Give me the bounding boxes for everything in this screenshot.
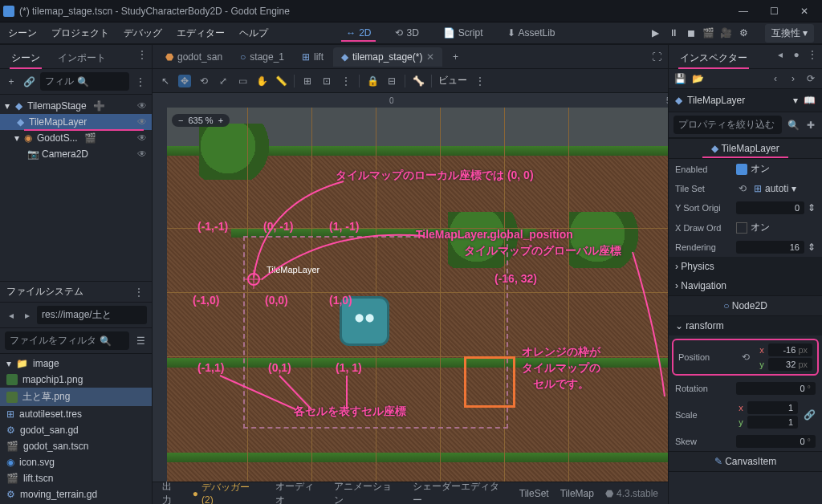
fs-file[interactable]: ⚙godot_san.gd	[0, 422, 152, 438]
add-node-icon[interactable]: +	[5, 75, 18, 88]
fs-file[interactable]: 🎬godot_san.tscn	[0, 438, 152, 454]
fs-file[interactable]: ⊞autotileset.tres	[0, 406, 152, 422]
checkbox-icon[interactable]	[736, 164, 747, 175]
pause-button[interactable]: ⏸	[667, 26, 680, 39]
prop-tileset[interactable]: Tile Set ⟲ ⊞autoti ▾	[669, 179, 822, 198]
distraction-free-icon[interactable]: ⛶	[650, 51, 663, 63]
minimize-button[interactable]: —	[729, 2, 758, 20]
path-back-icon[interactable]: ◂	[5, 309, 18, 322]
dock-menu-icon[interactable]: ⋮	[806, 48, 819, 61]
zoom-control[interactable]: − 635 % +	[172, 114, 230, 127]
visibility-icon[interactable]: 👁	[137, 116, 147, 128]
inspector-filter[interactable]: プロパティを絞り込む	[673, 116, 782, 134]
prop-skew[interactable]: Skew 0 °	[669, 432, 822, 451]
prop-rotation[interactable]: Rotation 0 °	[669, 379, 822, 398]
class-header-node2d[interactable]: ○ Node2D	[669, 295, 822, 316]
section-physics[interactable]: › Physics	[669, 257, 822, 276]
link-icon[interactable]: 🔗	[803, 408, 816, 421]
view-menu[interactable]: ビュー	[438, 74, 467, 87]
class-header-canvasitem[interactable]: ✎ CanvasItem	[669, 451, 822, 472]
editor-tab[interactable]: ⬣godot_san	[157, 47, 230, 67]
lock-icon[interactable]: 🔒	[366, 75, 379, 87]
revert-icon[interactable]: ⟲	[736, 182, 749, 195]
snap-options-icon[interactable]: ⊡	[320, 75, 333, 87]
close-button[interactable]: ✕	[790, 2, 819, 20]
doc-icon[interactable]: 📖	[803, 94, 816, 107]
scene-filter[interactable]: フィル🔍	[40, 72, 129, 91]
bottom-tab-tileset[interactable]: TileSet	[519, 488, 549, 499]
bottom-tab-output[interactable]: 出力	[162, 480, 181, 505]
new-tab-icon[interactable]: +	[449, 51, 462, 63]
fs-folder[interactable]: ▾📁image	[0, 356, 152, 372]
dock-next-icon[interactable]: ●	[790, 48, 803, 61]
path-fwd-icon[interactable]: ▸	[21, 309, 34, 322]
link-icon[interactable]: 🔗	[22, 75, 35, 88]
select-tool-icon[interactable]: ↖	[159, 75, 172, 87]
fs-file[interactable]: mapchip1.png	[0, 372, 152, 388]
rect-tool-icon[interactable]: ▭	[236, 75, 249, 87]
maximize-button[interactable]: ☐	[759, 2, 788, 20]
prop-enabled[interactable]: Enabled オン	[669, 159, 822, 179]
tab-close-icon[interactable]: ✕	[426, 51, 434, 63]
menu-help[interactable]: ヘルプ	[239, 26, 268, 40]
fs-file-selected[interactable]: 土と草.png	[0, 388, 152, 406]
inspector-tab[interactable]: インスペクター	[672, 48, 755, 68]
class-header[interactable]: ◆ TileMapLayer	[669, 138, 822, 159]
render-button[interactable]: ⚙	[738, 26, 751, 39]
bottom-tab-debugger[interactable]: ● デバッガー (2)	[193, 481, 264, 504]
snap-icon[interactable]: ⊞	[301, 75, 314, 87]
inspector-object-selector[interactable]: ◆TileMapLayer ▾ 📖	[669, 89, 822, 112]
menu-editor[interactable]: エディター	[177, 26, 225, 40]
visibility-icon[interactable]: 👁	[137, 100, 147, 112]
node-root[interactable]: ▾◆ TilemapStage ➕ 👁	[0, 98, 152, 114]
menu-scene[interactable]: シーン	[8, 26, 37, 40]
script-icon[interactable]: 🎬	[84, 132, 96, 144]
ruler-tool-icon[interactable]: 📏	[275, 75, 287, 87]
filter-options-icon[interactable]: ✚	[804, 119, 817, 132]
dock-menu-icon[interactable]: ⋮	[136, 48, 149, 61]
path-field[interactable]: res://image/土と	[37, 306, 147, 324]
editor-tab[interactable]: ○stage_1	[232, 47, 292, 67]
pan-tool-icon[interactable]: ✋	[255, 75, 268, 87]
compat-dropdown[interactable]: 互換性 ▾	[765, 24, 814, 43]
snap-config-icon[interactable]: ⋮	[340, 75, 352, 87]
prop-rendering[interactable]: Rendering 16⇕	[669, 238, 822, 257]
fs-file[interactable]: ⚙moving_terrain.gd	[0, 486, 152, 502]
node-godotsan[interactable]: ▾◉ GodotS... 🎬 👁	[0, 130, 152, 146]
bottom-tab-animation[interactable]: アニメーション	[334, 480, 401, 505]
history-menu-icon[interactable]: ⟳	[804, 72, 817, 85]
filesystem-menu-icon[interactable]: ⋮	[132, 286, 145, 299]
scene-options-icon[interactable]: ⋮	[134, 75, 147, 88]
rotate-tool-icon[interactable]: ⟲	[197, 75, 210, 87]
editor-tab-active[interactable]: ◆tilemap_stage(*)✕	[333, 47, 442, 67]
canvas[interactable]: TileMapLayer (-1,-1) (0, -1) (1, -1) (-1…	[167, 108, 668, 482]
history-fwd-icon[interactable]: ›	[787, 72, 800, 85]
editor-tab[interactable]: ⊞lift	[294, 47, 332, 67]
prop-position[interactable]: Position ⟲ x-16 px y32 px	[675, 342, 816, 372]
save-icon[interactable]: 💾	[673, 72, 686, 85]
bottom-tab-tilemap[interactable]: TileMap	[560, 488, 594, 499]
viewport[interactable]: 0 50	[153, 93, 668, 482]
fs-file[interactable]: 🎬lift.tscn	[0, 470, 152, 486]
scene-tab[interactable]: シーン	[3, 48, 48, 68]
section-transform[interactable]: ⌄ ransform	[669, 316, 822, 335]
scale-tool-icon[interactable]: ⤢	[217, 75, 230, 87]
prop-scale[interactable]: Scale x1 y1 🔗	[669, 398, 822, 432]
group-icon[interactable]: ⊟	[385, 75, 398, 87]
search-icon[interactable]: 🔍	[787, 119, 800, 132]
fs-file[interactable]: ◉icon.svg	[0, 454, 152, 470]
view-assetlib[interactable]: ⬇ AssetLib	[503, 24, 560, 42]
load-icon[interactable]: 📂	[691, 72, 704, 85]
prop-ysort[interactable]: Y Sort Origi 0⇕	[669, 198, 822, 217]
bottom-tab-shader[interactable]: シェーダーエディター	[413, 480, 508, 505]
dock-prev-icon[interactable]: ◂	[774, 48, 787, 61]
section-navigation[interactable]: › Navigation	[669, 276, 822, 295]
filesystem-filter[interactable]: ファイルをフィルタ 🔍	[5, 331, 129, 350]
bottom-tab-audio[interactable]: オーディオ	[275, 480, 324, 505]
stop-button[interactable]: ◼	[685, 26, 698, 39]
view-3d[interactable]: ⟲ 3D	[390, 24, 423, 42]
menu-project[interactable]: プロジェクト	[51, 26, 109, 40]
view-script[interactable]: 📄 Script	[438, 24, 488, 42]
import-tab[interactable]: インポート	[50, 48, 114, 68]
view-2d[interactable]: ↔ 2D	[341, 24, 376, 42]
